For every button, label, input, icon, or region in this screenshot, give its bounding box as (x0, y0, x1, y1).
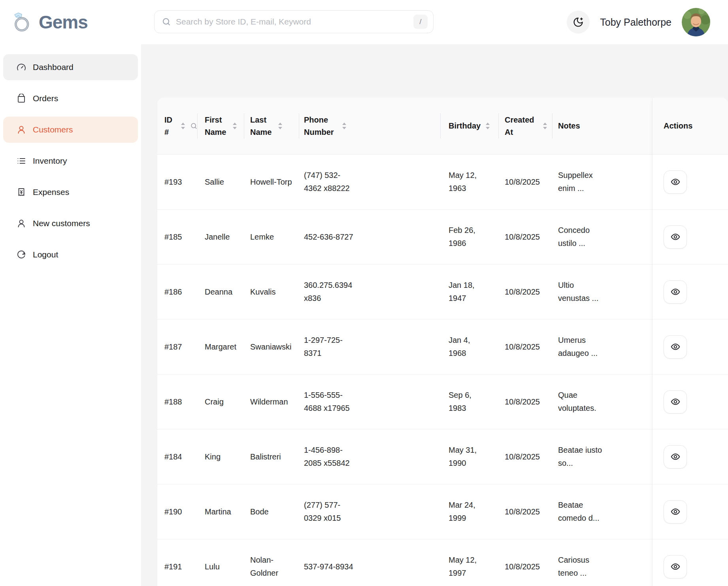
column-search-icon[interactable] (190, 122, 198, 130)
cell-actions (653, 210, 728, 265)
cell-actions (653, 319, 728, 374)
cell-created-at: 10/8/2025 (499, 319, 553, 374)
global-search: / (154, 10, 434, 33)
avatar[interactable] (682, 8, 710, 36)
view-customer-button[interactable] (664, 170, 687, 194)
column-header-id[interactable]: ID # (157, 98, 198, 154)
ring-icon (11, 11, 34, 34)
cell-actions (653, 155, 728, 210)
column-header-created-at[interactable]: Created At (499, 98, 553, 154)
view-customer-button[interactable] (664, 335, 687, 359)
cell-phone: 537-974-8934 (299, 539, 441, 586)
sort-icon[interactable] (342, 122, 347, 130)
actions-column: Actions (652, 98, 728, 586)
sidebar-item-label: New customers (33, 219, 90, 228)
cell-actions (653, 484, 728, 539)
cell-created-at: 10/8/2025 (499, 539, 553, 586)
view-customer-button[interactable] (664, 500, 687, 524)
user-name: Toby Palethorpe (600, 17, 671, 28)
cell-phone: 1-456-898-2085 x55842 (299, 429, 441, 484)
table-row: #186 Deanna Kuvalis 360.275.6394 x836 Ja… (157, 265, 728, 319)
cell-first-name: Martina (198, 484, 244, 539)
cell-last-name: Nolan-Goldner (244, 539, 299, 586)
cell-first-name: Margaret (198, 319, 244, 374)
cell-last-name: Wilderman (244, 374, 299, 429)
column-header-first-name[interactable]: First Name (198, 98, 244, 154)
table-row: #185 Janelle Lemke 452-636-8727 Feb 26, … (157, 210, 728, 265)
sidebar-item-label: Dashboard (33, 62, 74, 72)
list-icon (17, 156, 26, 166)
sidebar-item-label: Logout (33, 250, 58, 259)
cell-last-name: Bode (244, 484, 299, 539)
table-row: #184 King Balistreri 1-456-898-2085 x558… (157, 429, 728, 484)
sort-icon[interactable] (232, 122, 237, 130)
cell-phone: 1-297-725-8371 (299, 319, 441, 374)
eye-icon (670, 397, 681, 407)
column-header-phone[interactable]: Phone Number (299, 98, 441, 154)
eye-icon (670, 561, 681, 572)
table-body: #193 Sallie Howell-Torp (747) 532-4362 x… (157, 155, 728, 586)
sidebar-item-expenses[interactable]: Expenses (3, 179, 138, 205)
cell-birthday: May 31, 1990 (441, 429, 499, 484)
cell-birthday: Feb 26, 1986 (441, 210, 499, 264)
customers-table: ID # First Name Last Name (157, 98, 728, 586)
sidebar-item-new-customers[interactable]: New customers (3, 210, 138, 236)
topbar-right: Toby Palethorpe (567, 0, 710, 44)
sort-icon[interactable] (181, 122, 185, 130)
table-header: ID # First Name Last Name (157, 98, 728, 155)
cell-actions (653, 429, 728, 484)
view-customer-button[interactable] (664, 445, 687, 469)
cell-last-name: Balistreri (244, 429, 299, 484)
eye-icon (670, 232, 681, 242)
table-row: #190 Martina Bode (277) 577-0329 x015 Ma… (157, 484, 728, 539)
global-search-input[interactable] (176, 17, 413, 26)
cell-phone: (747) 532-4362 x88222 (299, 155, 441, 209)
cell-created-at: 10/8/2025 (499, 155, 553, 209)
cell-birthday: Jan 18, 1947 (441, 265, 499, 319)
sidebar-item-label: Orders (33, 94, 58, 103)
sidebar-item-logout[interactable]: Logout (3, 242, 138, 268)
search-shortcut-badge: / (413, 15, 428, 29)
cell-birthday: Sep 6, 1983 (441, 374, 499, 429)
cell-first-name: Janelle (198, 210, 244, 264)
cell-actions (653, 265, 728, 319)
sidebar-item-customers[interactable]: Customers (3, 117, 138, 143)
sidebar-item-orders[interactable]: Orders (3, 85, 138, 112)
view-customer-button[interactable] (664, 280, 687, 304)
sort-icon[interactable] (543, 122, 547, 130)
sidebar-item-label: Expenses (33, 187, 69, 197)
eye-icon (670, 177, 681, 187)
view-customer-button[interactable] (664, 555, 687, 578)
cell-id: #191 (157, 539, 198, 586)
cell-id: #184 (157, 429, 198, 484)
cell-birthday: Jan 4, 1968 (441, 319, 499, 374)
cell-actions (653, 539, 728, 586)
cell-first-name: Deanna (198, 265, 244, 319)
cell-first-name: Sallie (198, 155, 244, 209)
view-customer-button[interactable] (664, 225, 687, 249)
cell-created-at: 10/8/2025 (499, 484, 553, 539)
sort-icon[interactable] (278, 122, 283, 130)
eye-icon (670, 287, 681, 297)
cell-last-name: Swaniawski (244, 319, 299, 374)
cell-id: #187 (157, 319, 198, 374)
sort-icon[interactable] (485, 122, 490, 130)
cell-phone: 1-556-555-4688 x17965 (299, 374, 441, 429)
sidebar-item-inventory[interactable]: Inventory (3, 148, 138, 174)
column-header-birthday[interactable]: Birthday (441, 98, 499, 154)
gauge-icon (17, 62, 26, 72)
user-round-icon (17, 219, 26, 228)
table-row: #187 Margaret Swaniawski 1-297-725-8371 … (157, 319, 728, 374)
brand-logo[interactable]: Gems (11, 0, 88, 44)
theme-toggle-button[interactable] (567, 11, 590, 34)
logout-icon (17, 250, 26, 259)
cell-first-name: Lulu (198, 539, 244, 586)
sidebar-item-label: Inventory (33, 156, 67, 166)
sidebar-item-dashboard[interactable]: Dashboard (3, 54, 138, 80)
cell-phone: 360.275.6394 x836 (299, 265, 441, 319)
cell-birthday: Mar 24, 1999 (441, 484, 499, 539)
column-header-last-name[interactable]: Last Name (244, 98, 299, 154)
cell-first-name: King (198, 429, 244, 484)
cell-id: #186 (157, 265, 198, 319)
view-customer-button[interactable] (664, 390, 687, 414)
